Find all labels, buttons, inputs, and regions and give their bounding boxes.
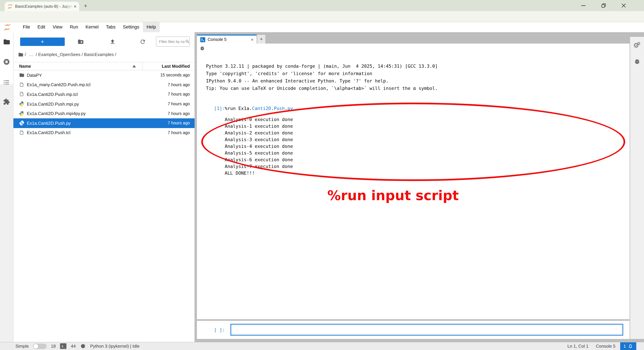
menu-items: FileEditViewRunKernelTabsSettingsHelp — [19, 22, 160, 32]
code-token: . — [271, 106, 274, 111]
toggle-knob — [34, 344, 38, 349]
debugger-tab-icon[interactable] — [634, 58, 640, 65]
column-header-name[interactable]: Name — [19, 64, 31, 69]
menu-tabs[interactable]: Tabs — [102, 22, 119, 32]
window-minimize-button[interactable] — [578, 0, 589, 11]
file-listing: DataPY15 seconds agoEx1a_many.Canti2D.Pu… — [14, 70, 194, 137]
list-item[interactable]: Ex1a_many.Canti2D.Push.mp.tcl7 hours ago — [14, 80, 194, 89]
file-browser-tab-icon[interactable] — [3, 38, 10, 46]
console-input[interactable] — [230, 324, 623, 336]
window-restore-button[interactable] — [598, 0, 609, 11]
breadcrumb-path[interactable]: / Examples_OpenSees / BasicExamples / — [36, 52, 116, 57]
folder-icon — [19, 73, 24, 78]
tab-close-icon[interactable]: × — [251, 37, 254, 42]
menu-edit[interactable]: Edit — [34, 22, 49, 32]
menu-settings[interactable]: Settings — [119, 22, 143, 32]
file-name: DataPY — [27, 73, 160, 78]
file-name: Ex1a.Canti2D.Push.tcl — [27, 130, 168, 135]
file-modified: 7 hours ago — [168, 82, 190, 87]
active-context-label: Console 5 — [596, 344, 616, 349]
terminal-icon[interactable]: $_ — [60, 343, 66, 349]
sort-ascending-icon[interactable] — [132, 65, 136, 67]
menu-help[interactable]: Help — [143, 22, 160, 32]
list-item[interactable]: Ex1a.Canti2D.Push.mpi4py.py7 hours ago — [14, 109, 194, 118]
notifications-count: 1 — [624, 344, 626, 349]
file-icon — [19, 82, 24, 87]
list-item[interactable]: Ex1a.Canti2D.Push.tcl7 hours ago — [14, 128, 194, 137]
tab-close-icon[interactable]: × — [74, 4, 76, 9]
notifications-badge[interactable]: 1 — [620, 342, 636, 350]
list-item[interactable]: DataPY15 seconds ago — [14, 70, 194, 80]
file-modified: 15 seconds ago — [160, 73, 190, 78]
python-file-icon — [19, 111, 24, 116]
console-input-divider[interactable] — [197, 319, 630, 321]
file-modified: 7 hours ago — [168, 92, 190, 97]
filter-files-input[interactable] — [158, 39, 185, 44]
column-divider — [142, 62, 143, 70]
simple-mode-toggle[interactable] — [33, 344, 46, 349]
menu-file[interactable]: File — [19, 22, 34, 32]
menu-run[interactable]: Run — [66, 22, 82, 32]
file-modified: 7 hours ago — [168, 130, 190, 135]
python-file-icon — [19, 101, 24, 107]
file-browser-panel: + / … / Examples_OpenSees / BasicExample… — [14, 32, 194, 342]
execution-prompt: [1]: — [214, 106, 225, 111]
extension-manager-icon[interactable] — [3, 98, 10, 106]
dock-panel: Console 5 × + Python 3.12.11 | packaged … — [194, 32, 644, 342]
screen: BasicExamples (auto-B) - Jupyte × + jupy… — [0, 0, 644, 350]
file-icon — [19, 92, 24, 97]
debugger-toggle-icon[interactable] — [200, 46, 205, 51]
kernel-chip-icon[interactable] — [80, 343, 86, 349]
cursor-position[interactable]: Ln 1, Col 1 — [567, 344, 588, 349]
file-modified: 7 hours ago — [168, 121, 190, 126]
browser-toolbar: jupyter.designsafe-ci.org/user/silvia/la… — [0, 11, 644, 22]
new-tab-button[interactable]: + — [84, 3, 87, 9]
new-folder-icon[interactable] — [78, 38, 84, 45]
activity-bar-background — [0, 84, 13, 350]
code-token: Push — [274, 106, 285, 111]
simple-mode-label: Simple — [16, 344, 29, 349]
menu-kernel[interactable]: Kernel — [82, 22, 102, 32]
jupyterlab-menubar: FileEditViewRunKernelTabsSettingsHelp — [0, 22, 644, 32]
column-header-modified[interactable]: Last Modified — [162, 64, 190, 69]
input-prompt: [ ]: — [214, 327, 225, 333]
file-icon — [19, 130, 24, 135]
browser-tab-title: BasicExamples (auto-B) - Jupyte — [15, 4, 73, 9]
table-of-contents-icon[interactable] — [3, 79, 10, 86]
console-tab-title: Console 5 — [208, 37, 251, 42]
file-listing-header: Name Last Modified — [14, 62, 194, 70]
file-modified: 7 hours ago — [168, 102, 190, 106]
file-name: Ex1a.Canti2D.Push.mpi.py — [27, 101, 168, 106]
menu-view[interactable]: View — [49, 22, 66, 32]
property-inspector-icon[interactable]: ⚙⚙ — [633, 41, 643, 49]
kernel-status[interactable]: Python 3 (ipykernel) | Idle — [90, 344, 139, 349]
window-close-button[interactable] — [618, 0, 629, 11]
breadcrumb: / … / Examples_OpenSees / BasicExamples … — [18, 50, 118, 59]
breadcrumb-root[interactable]: / — [25, 52, 26, 57]
file-name: Ex1a.Canti2D.Push.mpi4py.py — [27, 111, 168, 116]
list-item[interactable]: Ex1a.Canti2D.Push.mpi.py7 hours ago — [14, 99, 194, 109]
console-banner: Python 3.12.11 | packaged by conda-forge… — [206, 62, 438, 92]
file-name: Ex1a.Canti2D.Push.py — [27, 121, 168, 126]
terminals-count: 18 — [51, 344, 56, 349]
running-sessions-icon[interactable] — [3, 58, 10, 66]
refresh-icon[interactable] — [140, 38, 146, 45]
breadcrumb-ellipsis[interactable]: … — [29, 52, 33, 57]
list-item[interactable]: Ex1a.Canti2D.Push.py7 hours ago — [14, 118, 194, 128]
add-console-tab-button[interactable]: + — [257, 35, 265, 43]
browser-tab[interactable]: BasicExamples (auto-B) - Jupyte × — [5, 2, 79, 11]
kernels-count: 44 — [71, 344, 76, 349]
file-name: Ex1a.Canti2D.Push.mp.tcl — [27, 92, 168, 97]
filter-box — [156, 36, 190, 47]
left-activity-bar — [0, 32, 14, 342]
new-launcher-button[interactable]: + — [20, 37, 65, 46]
list-item[interactable]: Ex1a.Canti2D.Push.mp.tcl7 hours ago — [14, 89, 194, 99]
upload-icon[interactable] — [109, 38, 116, 45]
browser-tab-strip: BasicExamples (auto-B) - Jupyte × + — [0, 0, 644, 11]
home-folder-icon[interactable] — [18, 52, 24, 57]
console-tab[interactable]: Console 5 × — [197, 34, 256, 43]
jupyter-logo — [4, 23, 11, 32]
annotation-label: %run input script — [327, 188, 455, 203]
file-modified: 7 hours ago — [168, 111, 190, 116]
annotation-ellipse — [201, 103, 625, 181]
